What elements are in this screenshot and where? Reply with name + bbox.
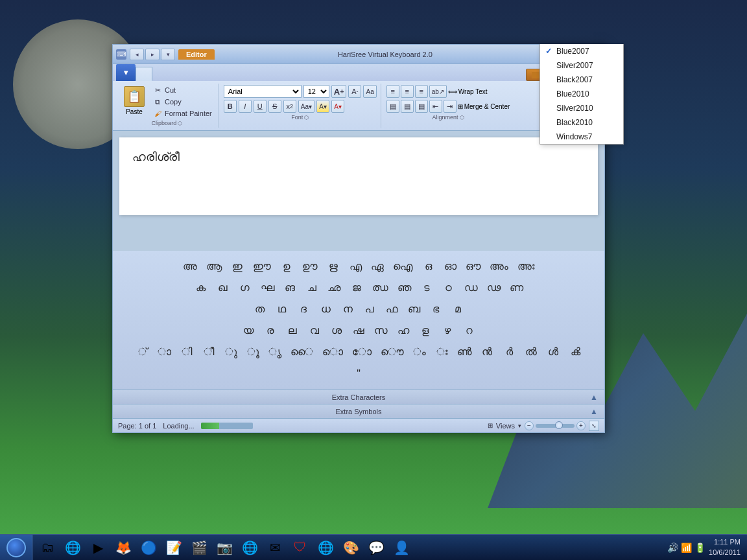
key-quote[interactable]: " [350,365,368,383]
key-ka[interactable]: ക [192,279,210,297]
key-bha[interactable]: ഭ [427,300,445,318]
key-uu[interactable]: ഊ [300,257,320,275]
key-nya[interactable]: ഞ [395,279,414,297]
skin-item-windows7[interactable]: Windows7 [540,130,623,144]
key-sign-k[interactable]: ൿ [566,343,584,361]
key-gha[interactable]: ഘ [258,279,277,297]
key-virama[interactable]: ് [133,343,151,361]
key-sign-ll[interactable]: ൾ [544,343,562,361]
skin-item-black2010[interactable]: Black2010 [540,115,623,130]
align-center-top-button[interactable]: ≡ [401,85,414,98]
key-ru[interactable]: ഋ [324,257,342,275]
key-sign-ii[interactable]: ീ [200,343,218,361]
editor-tab[interactable]: Editor [178,49,215,60]
key-dhha[interactable]: ധ [316,300,335,318]
key-sign-l[interactable]: ൽ [522,343,540,361]
key-kha[interactable]: ഖ [214,279,232,297]
key-ii[interactable]: ഈ [250,257,274,275]
key-am[interactable]: അം [487,257,511,275]
key-rra[interactable]: റ [460,321,479,340]
key-nga[interactable]: ങ [281,279,299,297]
decrease-indent-button[interactable]: ⇤ [429,100,442,113]
align-center-button[interactable]: ▤ [401,100,414,113]
clipboard-expand-icon[interactable]: ⬡ [178,121,182,126]
font-grow-button[interactable]: A+ [331,85,347,98]
increase-indent-button[interactable]: ⇥ [444,100,456,113]
align-left-button[interactable]: ▤ [386,100,399,113]
align-right-button[interactable]: ▤ [415,100,428,113]
key-sign-au[interactable]: ൌ [378,343,407,361]
key-sha[interactable]: ശ [327,321,346,340]
taskbar-icon-globe[interactable]: 🌐 [314,536,337,559]
taskbar-icon-shield[interactable]: 🛡 [289,536,312,559]
tab-view[interactable] [152,67,169,81]
key-sign-i[interactable]: ി [178,343,196,361]
taskbar-icon-note[interactable]: 📝 [162,536,185,559]
key-thha[interactable]: ഥ [272,300,290,318]
zoom-out-button[interactable]: − [525,421,534,430]
key-la[interactable]: ല [283,321,302,340]
key-ja[interactable]: ജ [348,279,366,297]
format-painter-button[interactable]: 🖌 Format Painter [151,108,214,119]
key-ha[interactable]: ഹ [394,321,412,340]
key-ma[interactable]: മ [449,300,467,318]
bold-button[interactable]: B [224,100,237,113]
key-ai[interactable]: ഐ [390,257,415,275]
start-button[interactable] [0,535,32,561]
key-pha[interactable]: ഫ [383,300,401,318]
back-button[interactable]: ◂ [130,49,144,60]
key-sign-h[interactable]: ഃ [433,343,451,361]
key-au[interactable]: ഔ [463,257,483,275]
key-dha[interactable]: ദ [294,300,313,318]
key-ra[interactable]: ര [261,321,279,340]
taskbar-icon-net[interactable]: 🌐 [238,536,261,559]
key-sign-u[interactable]: ു [222,343,240,361]
key-sign-n[interactable]: ൻ [478,343,496,361]
underline-button[interactable]: U [254,100,267,113]
orientation-button[interactable]: ab↗ [429,85,447,98]
paste-button[interactable]: 📋 Paste [120,85,148,117]
font-size-select[interactable]: 12 [303,85,329,98]
key-ah[interactable]: അഃ [515,257,537,275]
key-va[interactable]: വ [305,321,324,340]
taskbar-icon-explorer[interactable]: 🗂 [36,536,59,559]
skin-item-blue2007[interactable]: Blue2007 [540,44,623,58]
cut-button[interactable]: ✂ Cut [151,85,214,95]
zoom-in-button[interactable]: + [576,421,586,430]
key-jha[interactable]: ഝ [370,279,391,297]
font-size-adjust[interactable]: Aa▾ [298,100,314,113]
taskbar-icon-media[interactable]: ▶ [86,536,110,559]
copy-button[interactable]: ⧉ Copy [151,97,214,107]
key-aa[interactable]: ആ [204,257,224,275]
key-sign-aa[interactable]: ാ [155,343,174,361]
taskbar-icon-paint[interactable]: 🎨 [339,536,362,559]
key-ga[interactable]: ഗ [236,279,254,297]
key-o[interactable]: ഒ [419,257,437,275]
wrap-text-btn[interactable]: ⟺ Wrap Text [448,88,510,95]
alignment-expand-icon[interactable]: ⬡ [460,115,464,121]
resize-button[interactable]: ⤡ [589,421,599,431]
superscript-button[interactable]: x2 [283,100,296,113]
menu-button[interactable]: ▾ [161,49,175,60]
font-expand-icon[interactable]: ⬡ [304,115,309,121]
tab-layout[interactable] [169,67,186,81]
key-sign-nn[interactable]: ൺ [455,343,474,361]
key-sign-ru[interactable]: ൃ [266,343,284,361]
key-sign-ai[interactable]: ൈ [288,343,316,361]
strikethrough-button[interactable]: S [268,100,281,113]
font-color-button[interactable]: A▾ [331,100,344,113]
align-left-top-button[interactable]: ≡ [386,85,399,98]
skin-item-blue2010[interactable]: Blue2010 [540,87,623,101]
key-a[interactable]: അ [180,257,200,275]
key-sign-uu[interactable]: ൂ [244,343,262,361]
skin-item-silver2007[interactable]: Silver2007 [540,58,623,73]
taskbar-icon-mail[interactable]: ✉ [263,536,287,559]
key-pa[interactable]: പ [361,300,379,318]
key-ta[interactable]: ട [418,279,436,297]
key-chha[interactable]: ഛ [325,279,344,297]
key-i[interactable]: ഇ [228,257,246,275]
key-zha[interactable]: ഴ [438,321,456,340]
taskbar-icon-chrome[interactable]: 🔵 [137,536,160,559]
key-shha[interactable]: ഷ [350,321,368,340]
document-page[interactable]: ഹരിശ്രീ [119,137,598,215]
